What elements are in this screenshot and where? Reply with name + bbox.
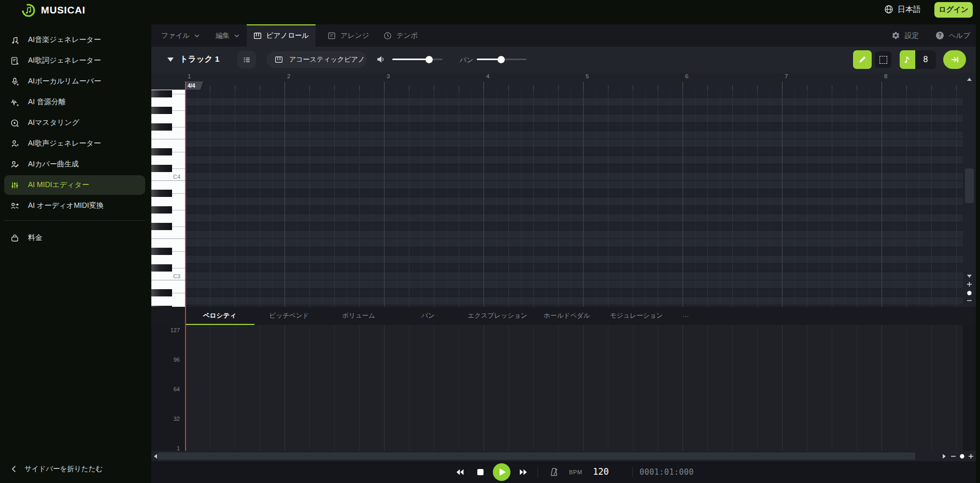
grid-row [185,247,963,255]
controller-tab-4[interactable]: エクスプレッション [463,307,532,325]
sidebar-item-4[interactable]: AIマスタリング [0,112,151,133]
velocity-graph[interactable] [185,325,963,451]
pencil-tool-button[interactable] [853,50,872,69]
ruler-tick [260,86,260,90]
key-separator [172,251,185,252]
track-header: トラック 1 アコースティックピアノ パン [151,47,976,73]
instrument-selector[interactable]: アコースティックピアノ [266,51,367,68]
controller-tab-5[interactable]: ホールドペダル [532,307,602,325]
zoom-out-horizontal-button[interactable] [949,456,957,457]
black-key[interactable] [151,90,172,97]
velocity-beat-line [882,325,882,451]
zoom-handle-horizontal[interactable] [958,454,965,459]
black-key[interactable] [151,107,172,114]
octave-key-label: C3 [165,272,180,280]
scroll-down-arrow[interactable] [963,275,976,278]
sidebar-item-3[interactable]: AI 音源分離 [0,92,151,112]
volume-slider-thumb[interactable] [425,56,433,63]
menu-file[interactable]: ファイル [161,24,200,47]
note-grid[interactable] [185,90,963,307]
key-separator [172,268,185,268]
zoom-out-vertical-button[interactable] [963,300,976,302]
grid-beat-line [732,90,733,307]
black-key[interactable] [151,190,172,197]
black-key[interactable] [151,248,172,255]
ruler-tick [459,86,459,90]
help-button[interactable]: ? ヘルプ [935,24,970,47]
grid-subbeat-line [794,90,795,307]
ruler-tick [384,82,385,90]
menu-edit[interactable]: 編集 [216,24,239,47]
sidebar-item-6[interactable]: AIカバー曲生成 [0,154,151,175]
zoom-in-vertical-button[interactable] [963,281,976,287]
sidebar-item-7[interactable]: AI MIDIエディター [0,175,151,195]
velocity-scale-label: 64 [151,386,180,392]
black-key[interactable] [151,165,172,172]
controller-tab-0[interactable]: ベロシティ [185,307,254,325]
controller-tab-7[interactable]: ··· [671,307,700,325]
tab-tempo[interactable]: テンポ [384,24,418,47]
track-list-button[interactable] [237,51,256,68]
ruler-tick [484,82,484,90]
black-key[interactable] [151,223,172,230]
sidebar-item-1[interactable]: AI歌詞ジェネレーター [0,50,151,71]
controller-tab-2[interactable]: ボリューム [324,307,393,325]
sidebar-item-5[interactable]: AI歌声ジェネレーター [0,133,151,154]
sidebar-item-2[interactable]: AIボーカルリムーバー [0,71,151,92]
playhead[interactable] [185,81,186,451]
piano-keyboard[interactable]: C4C3 [151,90,185,307]
marquee-select-button[interactable] [875,51,891,68]
controller-tab-6[interactable]: モジュレーション [602,307,671,325]
rewind-button[interactable] [451,461,468,483]
horizontal-scrollbar-thumb[interactable] [158,452,915,460]
zoom-in-horizontal-button[interactable] [967,453,974,459]
tab-piano-roll[interactable]: ピアノロール [247,24,316,47]
grid-subbeat-line [272,90,273,307]
black-key[interactable] [151,148,172,155]
language-selector[interactable]: 日本語 [884,4,921,15]
grid-subbeat-line [372,90,372,307]
zoom-handle-vertical[interactable] [963,291,976,295]
settings-button[interactable]: 設定 [891,24,919,47]
sidebar-item-8[interactable]: AI オーディオMIDI変換 [0,195,151,216]
black-key[interactable] [151,289,172,296]
controller-tab-1[interactable]: ピッチベンド [254,307,324,325]
menu-file-label: ファイル [161,31,190,40]
metronome-button[interactable] [549,467,559,477]
timeline-ruler[interactable]: 4/4 12345678 [151,73,976,90]
scroll-up-arrow[interactable] [963,78,976,81]
login-button[interactable]: ログイン [934,2,973,18]
sidebar-collapse-button[interactable]: サイドバーを折りたたむ [11,464,103,474]
pan-slider[interactable] [477,59,527,60]
brand-logo[interactable]: MUSICAI [22,4,86,17]
note-value-button[interactable] [900,50,915,69]
scroll-right-arrow[interactable] [941,454,947,459]
sidebar-nav: AI音楽ジェネレーターAI歌詞ジェネレーターAIボーカルリムーバーAI 音源分離… [0,30,151,216]
sidebar-item-pricing[interactable]: 料金 [0,228,162,248]
black-key[interactable] [151,123,172,131]
black-key[interactable] [151,206,172,214]
horizontal-scrollbar[interactable] [151,451,976,461]
go-to-end-button[interactable] [943,50,966,69]
audio-midi-icon [10,202,19,210]
tab-arrange[interactable]: アレンジ [328,24,369,47]
vertical-scrollbar[interactable] [963,73,976,307]
pan-slider-thumb[interactable] [498,56,505,63]
grid-subbeat-line [197,90,198,307]
bpm-value[interactable]: 120 [593,466,609,477]
ruler-tick [906,86,907,90]
stop-button[interactable] [474,461,487,483]
note-value-display[interactable]: 8 [915,50,936,69]
volume-slider[interactable] [392,59,443,60]
velocity-beat-line [533,325,534,451]
play-button[interactable] [493,463,510,481]
controller-tab-3[interactable]: パン [393,307,463,325]
volume-icon[interactable] [376,55,386,64]
sidebar-item-0[interactable]: AI音楽ジェネレーター [0,30,151,50]
forward-button[interactable] [514,461,532,483]
grid-row [185,115,963,123]
black-key[interactable] [151,264,172,272]
track-collapse-caret[interactable] [167,58,174,62]
ruler-tick [508,86,509,90]
vertical-scrollbar-thumb[interactable] [965,168,974,203]
